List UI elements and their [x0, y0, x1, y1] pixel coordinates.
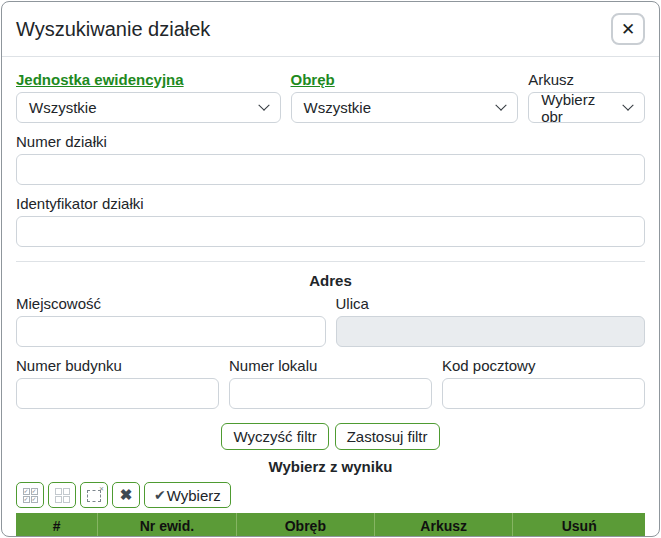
wybierz-button[interactable]: ✔ Wybierz [144, 482, 231, 508]
numer-budynku-field: Numer budynku [16, 357, 219, 409]
address-row-1: Miejscowość Ulica [16, 295, 645, 347]
address-heading: Adres [16, 272, 645, 289]
dialog-body: Jednostka ewidencyjna Wszystkie Obręb Ws… [2, 57, 659, 537]
numer-lokalu-input[interactable] [229, 378, 432, 409]
ulica-input [336, 316, 646, 347]
arkusz-field: Arkusz Wybierz obr [528, 71, 645, 123]
col-header-obreb: Obręb [236, 513, 374, 537]
grid-check-all-icon [23, 488, 38, 503]
chevron-down-icon [495, 99, 506, 110]
numer-dzialki-label: Numer działki [16, 133, 645, 150]
dialog-header: Wyszukiwanie działek ✕ [2, 2, 659, 57]
close-button[interactable]: ✕ [611, 13, 645, 45]
jednostka-label-link[interactable]: Jednostka ewidencyjna [16, 71, 281, 88]
identyfikator-input[interactable] [16, 216, 645, 247]
clear-results-button[interactable]: ✖ [112, 482, 140, 508]
numer-dzialki-input[interactable] [16, 154, 645, 185]
miejscowosc-field: Miejscowość [16, 295, 326, 347]
col-header-index: # [16, 513, 98, 537]
dashed-box-x-icon [87, 490, 101, 502]
arkusz-select[interactable]: Wybierz obr [528, 92, 645, 123]
kod-pocztowy-field: Kod pocztowy [442, 357, 645, 409]
jednostka-field: Jednostka ewidencyjna Wszystkie [16, 71, 281, 123]
obreb-select[interactable]: Wszystkie [291, 92, 519, 123]
results-table-header-row: # Nr ewid. Obręb Arkusz Usuń [16, 513, 645, 537]
numer-lokalu-field: Numer lokalu [229, 357, 432, 409]
x-icon: ✖ [120, 486, 133, 504]
check-icon: ✔ [154, 487, 166, 503]
obreb-select-value: Wszystkie [304, 99, 372, 116]
dialog-title: Wyszukiwanie działek [16, 18, 210, 41]
jednostka-select-value: Wszystkie [29, 99, 97, 116]
ulica-label: Ulica [336, 295, 646, 312]
miejscowosc-label: Miejscowość [16, 295, 326, 312]
col-header-usun: Usuń [513, 513, 645, 537]
close-icon: ✕ [621, 21, 635, 38]
kod-pocztowy-label: Kod pocztowy [442, 357, 645, 374]
numer-budynku-input[interactable] [16, 378, 219, 409]
kod-pocztowy-input[interactable] [442, 378, 645, 409]
deselect-all-button[interactable] [48, 482, 76, 508]
wybierz-button-label: Wybierz [167, 487, 221, 504]
arkusz-label: Arkusz [528, 71, 645, 88]
numer-dzialki-field: Numer działki [16, 133, 645, 185]
select-all-button[interactable] [16, 482, 44, 508]
identyfikator-field: Identyfikator działki [16, 195, 645, 247]
chevron-down-icon [258, 99, 269, 110]
clear-filter-button[interactable]: Wyczyść filtr [221, 423, 328, 450]
filter-selects-row: Jednostka ewidencyjna Wszystkie Obręb Ws… [16, 71, 645, 123]
identyfikator-label: Identyfikator działki [16, 195, 645, 212]
address-row-2: Numer budynku Numer lokalu Kod pocztowy [16, 357, 645, 409]
invert-selection-button[interactable] [80, 482, 108, 508]
obreb-field: Obręb Wszystkie [291, 71, 519, 123]
jednostka-select[interactable]: Wszystkie [16, 92, 281, 123]
ulica-field: Ulica [336, 295, 646, 347]
arkusz-select-value: Wybierz obr [541, 91, 618, 125]
results-table: # Nr ewid. Obręb Arkusz Usuń [16, 513, 645, 537]
numer-lokalu-label: Numer lokalu [229, 357, 432, 374]
obreb-label-link[interactable]: Obręb [291, 71, 519, 88]
parcel-search-dialog: Wyszukiwanie działek ✕ Jednostka ewidenc… [1, 1, 660, 537]
section-divider [16, 261, 645, 262]
results-toolbar: ✖ ✔ Wybierz [16, 482, 645, 508]
col-header-nr-ewid: Nr ewid. [98, 513, 236, 537]
apply-filter-button[interactable]: Zastosuj filtr [335, 423, 440, 450]
results-heading: Wybierz z wyniku [16, 458, 645, 475]
col-header-arkusz: Arkusz [375, 513, 513, 537]
grid-empty-icon [55, 488, 70, 503]
numer-budynku-label: Numer budynku [16, 357, 219, 374]
miejscowosc-input[interactable] [16, 316, 326, 347]
filter-actions: Wyczyść filtr Zastosuj filtr [16, 423, 645, 450]
chevron-down-icon [622, 99, 633, 110]
